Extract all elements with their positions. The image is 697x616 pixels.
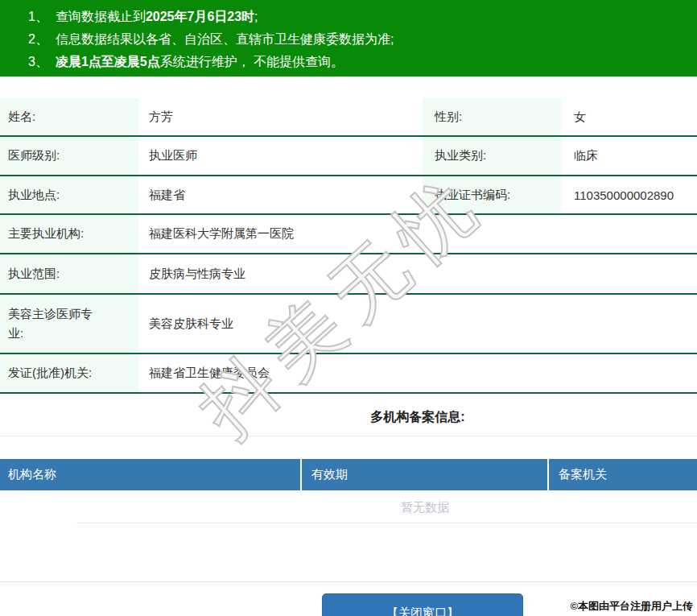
notice-line-1-number: 1、 (28, 10, 48, 23)
table-row: 医师级别: 执业医师 执业类别: 临床 (0, 137, 697, 176)
practice-location-value: 福建省 (138, 188, 423, 203)
doctor-level-value: 执业医师 (138, 148, 423, 163)
issuing-authority-label: 发证(批准)机关: (0, 354, 138, 392)
close-window-button[interactable]: 【关闭窗口】 (322, 593, 523, 616)
practitioner-info-table: 姓名: 方芳 性别: 女 医师级别: 执业医师 执业类别: 临床 执业地点: 福… (0, 98, 697, 394)
practice-scope-value: 皮肤病与性病专业 (138, 267, 697, 282)
practice-category-label: 执业类别: (423, 137, 562, 175)
table-row: 执业范围: 皮肤病与性病专业 (0, 254, 697, 295)
section-divider (0, 436, 697, 436)
cosmetic-specialty-label: 美容主诊医师专业: (0, 295, 138, 353)
notice-line-2: 2、信息数据结果以各省、自治区、直辖市卫生健康委数据为准; (28, 28, 697, 51)
notice-line-1: 1、查询数据截止到2025年7月6日23时; (28, 6, 697, 28)
validity-period-column-header: 有效期 (302, 459, 549, 490)
practice-scope-label: 执业范围: (0, 254, 138, 293)
main-institution-label: 主要执业机构: (0, 215, 138, 253)
filing-authority-column-header: 备案机关 (549, 459, 697, 490)
issuing-authority-value: 福建省卫生健康委员会 (138, 366, 697, 381)
cosmetic-specialty-value: 美容皮肤科专业 (138, 316, 697, 332)
table-row: 主要执业机构: 福建医科大学附属第一医院 (0, 215, 697, 254)
table-row: 姓名: 方芳 性别: 女 (0, 98, 697, 137)
notice-line-2-text: 信息数据结果以各省、自治区、直辖市卫生健康委数据为准; (56, 32, 394, 46)
table-row: 发证(批准)机关: 福建省卫生健康委员会 (0, 354, 697, 394)
notice-line-3-number: 3、 (28, 55, 48, 68)
institution-name-column-header: 机构名称 (0, 459, 302, 490)
footer-bar: 【关闭窗口】 ©本图由平台注册用户上传 (0, 581, 697, 616)
notice-line-1-tail: ; (254, 10, 258, 23)
name-label: 姓名: (0, 98, 138, 135)
notice-line-1-text: 查询数据截止到 (56, 10, 146, 23)
multi-institution-records-title: 多机构备案信息: (69, 409, 697, 424)
notice-line-3-bold-text: 凌晨1点至凌晨5点 (56, 55, 160, 68)
notice-line-3-tail: 系统进行维护， 不能提供查询。 (160, 55, 344, 68)
notice-line-1-bold-text: 2025年7月6日23时 (146, 10, 254, 23)
notice-line-3: 3、凌晨1点至凌晨5点系统进行维护， 不能提供查询。 (28, 51, 697, 73)
certificate-number-value: 110350000002890 (562, 188, 697, 202)
practitioner-query-result-page: 1、查询数据截止到2025年7月6日23时; 2、信息数据结果以各省、自治区、直… (0, 0, 697, 616)
main-institution-value: 福建医科大学附属第一医院 (138, 226, 697, 242)
gender-value: 女 (562, 110, 697, 125)
practice-location-label: 执业地点: (0, 176, 138, 213)
notice-line-2-number: 2、 (28, 32, 48, 46)
gender-label: 性别: (423, 98, 562, 135)
practice-category-value: 临床 (562, 148, 697, 163)
certificate-number-label: 执业证书编码: (423, 176, 562, 213)
records-table-header: 机构名称 有效期 备案机关 (0, 459, 697, 490)
copyright-watermark-text: ©本图由平台注册用户上传 (570, 599, 693, 614)
name-value: 方芳 (138, 110, 423, 125)
table-row: 美容主诊医师专业: 美容皮肤科专业 (0, 295, 697, 354)
no-data-placeholder: 暂无数据 (76, 490, 697, 523)
doctor-level-label: 医师级别: (0, 137, 138, 175)
notice-banner: 1、查询数据截止到2025年7月6日23时; 2、信息数据结果以各省、自治区、直… (0, 0, 697, 76)
cosmetic-specialty-label-text: 美容主诊医师专业: (8, 304, 98, 343)
table-row: 执业地点: 福建省 执业证书编码: 110350000002890 (0, 176, 697, 215)
